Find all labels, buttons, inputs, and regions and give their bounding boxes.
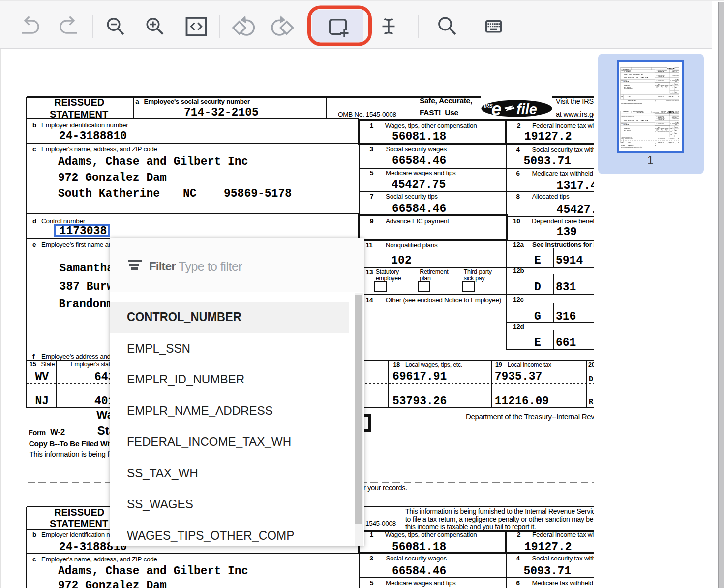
- svg-text:file: file: [516, 101, 537, 117]
- svg-text:file: file: [671, 111, 673, 113]
- svg-text:e: e: [668, 68, 669, 70]
- svg-text:e: e: [668, 111, 669, 113]
- svg-text:file: file: [671, 68, 673, 70]
- svg-text:e: e: [491, 100, 502, 118]
